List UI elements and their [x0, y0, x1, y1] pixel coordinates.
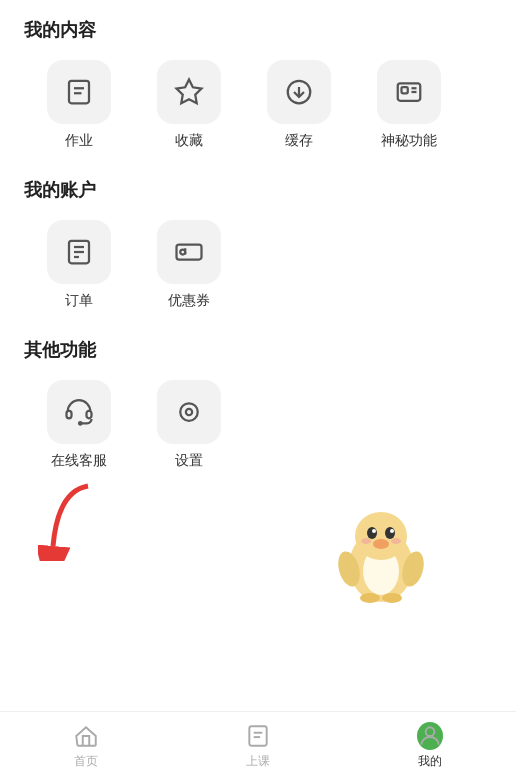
mystery-icon-bg [377, 60, 441, 124]
mascot [326, 501, 436, 611]
page: 我的内容 作业 收藏 [0, 0, 516, 781]
my-content-grid: 作业 收藏 缓存 [0, 52, 516, 160]
orders-item[interactable]: 订单 [24, 220, 134, 310]
avatar [417, 722, 443, 750]
download-icon [284, 77, 314, 107]
my-account-grid: 订单 优惠券 [0, 212, 516, 320]
my-account-title: 我的账户 [0, 160, 516, 212]
svg-marker-3 [177, 80, 202, 104]
svg-rect-7 [402, 87, 408, 93]
svg-point-27 [349, 530, 413, 602]
coupon-icon [174, 237, 204, 267]
my-content-section: 我的内容 作业 收藏 [0, 0, 516, 160]
svg-rect-17 [67, 411, 72, 419]
homework-icon [64, 77, 94, 107]
svg-rect-23 [249, 726, 266, 746]
svg-point-19 [79, 422, 82, 425]
svg-point-32 [372, 529, 376, 533]
svg-point-39 [360, 593, 380, 603]
red-arrow [38, 481, 98, 561]
nav-courses-label: 上课 [246, 753, 270, 770]
nav-home-label: 首页 [74, 753, 98, 770]
svg-point-38 [399, 549, 428, 589]
svg-point-21 [186, 409, 192, 415]
orders-label: 订单 [65, 292, 93, 310]
cache-item[interactable]: 缓存 [244, 60, 354, 150]
svg-point-40 [382, 593, 402, 603]
svg-point-28 [363, 547, 399, 595]
settings-icon [174, 397, 204, 427]
svg-rect-18 [87, 411, 92, 419]
online-service-item[interactable]: 在线客服 [24, 380, 134, 470]
orders-icon [64, 237, 94, 267]
settings-label: 设置 [175, 452, 203, 470]
svg-point-37 [335, 549, 364, 589]
svg-point-29 [355, 512, 407, 560]
orders-icon-bg [47, 220, 111, 284]
nav-courses[interactable]: 上课 [172, 723, 344, 770]
settings-item[interactable]: 设置 [134, 380, 244, 470]
svg-point-30 [367, 527, 377, 539]
online-service-label: 在线客服 [51, 452, 107, 470]
favorites-item[interactable]: 收藏 [134, 60, 244, 150]
bottom-nav: 首页 上课 我的 [0, 711, 516, 781]
other-features-title: 其他功能 [0, 320, 516, 372]
mystery-item[interactable]: 神秘功能 [354, 60, 464, 150]
settings-icon-bg [157, 380, 221, 444]
svg-point-33 [390, 529, 394, 533]
courses-nav-icon [245, 723, 271, 749]
my-content-title: 我的内容 [0, 0, 516, 52]
other-features-grid: 在线客服 设置 [0, 372, 516, 480]
nav-home[interactable]: 首页 [0, 723, 172, 770]
coupons-icon-bg [157, 220, 221, 284]
online-service-icon-bg [47, 380, 111, 444]
favorites-icon-bg [157, 60, 221, 124]
cache-label: 缓存 [285, 132, 313, 150]
svg-point-26 [426, 727, 435, 736]
star-icon [174, 77, 204, 107]
homework-item[interactable]: 作业 [24, 60, 134, 150]
svg-rect-0 [69, 81, 89, 104]
svg-point-34 [361, 538, 371, 544]
headset-icon [64, 397, 94, 427]
my-account-section: 我的账户 订单 [0, 160, 516, 320]
svg-point-31 [385, 527, 395, 539]
coupons-label: 优惠券 [168, 292, 210, 310]
homework-label: 作业 [65, 132, 93, 150]
nav-me[interactable]: 我的 [344, 723, 516, 770]
other-features-section: 其他功能 在线客服 [0, 320, 516, 480]
svg-point-35 [391, 538, 401, 544]
nav-me-label: 我的 [418, 753, 442, 770]
home-nav-icon [73, 723, 99, 749]
svg-point-36 [373, 539, 389, 549]
mystery-icon [394, 77, 424, 107]
me-nav-icon [417, 723, 443, 749]
coupons-item[interactable]: 优惠券 [134, 220, 244, 310]
cache-icon-bg [267, 60, 331, 124]
homework-icon-bg [47, 60, 111, 124]
favorites-label: 收藏 [175, 132, 203, 150]
mystery-label: 神秘功能 [381, 132, 437, 150]
